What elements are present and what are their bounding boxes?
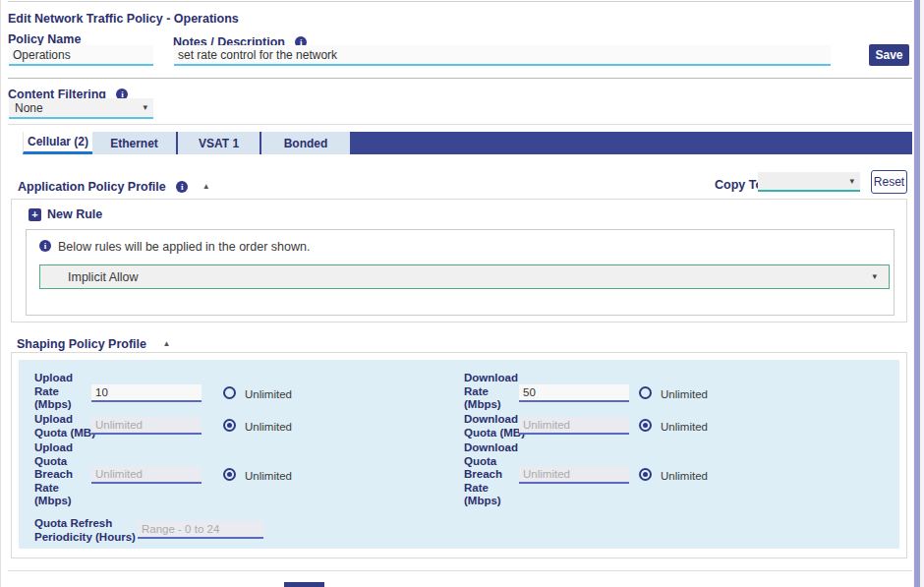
application-policy-collapse-icon[interactable]: ▲ [202,182,210,191]
tab-vsat1[interactable]: VSAT 1 [176,132,260,154]
download-rate-unlimited-label: Unlimited [661,388,708,400]
application-policy-info-icon[interactable]: i [176,181,188,193]
tab-bonded-label: Bonded [284,137,328,150]
download-quota-input[interactable] [519,417,629,435]
upload-breach-unlimited-label: Unlimited [245,470,292,482]
tab-cellular-label: Cellular (2) [28,135,88,148]
download-rate-unlimited-radio[interactable] [639,386,652,399]
content-filtering-value: None [15,101,43,115]
implicit-allow-value: Implicit Allow [68,270,139,284]
copy-to-select[interactable]: ▾ [758,172,860,192]
policy-name-label: Policy Name [8,32,81,46]
tab-cellular[interactable]: Cellular (2) [23,132,92,154]
upload-breach-input[interactable] [91,466,202,484]
download-breach-label: Download Quota Breach Rate (Mbps) [464,441,527,508]
rules-box: i Below rules will be applied in the ord… [26,229,895,316]
shaping-policy-title: Shaping Policy Profile [17,337,146,351]
download-quota-unlimited-label: Unlimited [661,421,708,433]
new-rule-label: New Rule [47,207,102,221]
application-policy-panel: + New Rule i Below rules will be applied… [11,199,907,323]
download-quota-label: Download Quota (MB) [464,413,527,440]
policy-name-input[interactable] [9,45,153,66]
chevron-down-icon: ▾ [143,103,147,112]
upload-quota-label: Upload Quota (MB) [34,413,97,440]
chevron-down-icon: ▾ [872,272,877,281]
scrollbar-thumb[interactable] [914,0,920,587]
notes-input[interactable] [174,45,831,66]
upload-breach-unlimited-radio[interactable] [223,468,236,481]
new-rule-button[interactable]: + New Rule [29,207,102,221]
rules-info-icon: i [39,240,51,252]
quota-refresh-input[interactable] [138,521,263,539]
save-button-bottom-partial[interactable] [284,582,324,587]
plus-icon: + [29,208,41,221]
edit-network-traffic-policy-page: Edit Network Traffic Policy - Operations… [0,0,924,587]
upload-rate-input[interactable] [91,384,202,402]
page-top-border [8,1,912,2]
divider-under-filter [8,124,912,125]
tab-bar-filler [350,132,912,154]
download-breach-input[interactable] [519,466,629,484]
application-policy-header: Application Policy Profile i ▲ [18,177,210,195]
download-quota-unlimited-radio[interactable] [639,419,652,432]
tab-ethernet[interactable]: Ethernet [92,132,176,154]
download-rate-input[interactable] [519,384,629,402]
divider-top [8,78,912,79]
upload-quota-unlimited-label: Unlimited [245,421,292,433]
upload-quota-input[interactable] [91,417,202,435]
chevron-down-icon: ▾ [849,177,854,186]
save-button[interactable]: Save [869,44,909,66]
upload-rate-unlimited-radio[interactable] [223,386,236,399]
upload-rate-label: Upload Rate (Mbps) [34,372,97,412]
upload-rate-unlimited-label: Unlimited [245,388,292,400]
shaping-policy-header: Shaping Policy Profile ▲ [17,334,170,352]
reset-button[interactable]: Reset [871,170,907,194]
scrollbar-track[interactable] [913,0,924,587]
page-title: Edit Network Traffic Policy - Operations [8,12,239,26]
rules-info-message: Below rules will be applied in the order… [58,240,310,254]
tab-ethernet-label: Ethernet [110,137,158,150]
application-policy-title: Application Policy Profile [18,180,166,194]
implicit-allow-select[interactable]: Implicit Allow ▾ [39,264,890,289]
upload-quota-unlimited-radio[interactable] [223,419,236,432]
quota-refresh-label: Quota Refresh Periodicity (Hours) [34,517,143,544]
shaping-policy-collapse-icon[interactable]: ▲ [162,339,170,348]
download-rate-label: Download Rate (Mbps) [464,372,527,412]
content-filtering-select[interactable]: None ▾ [9,98,153,119]
tab-bonded[interactable]: Bonded [260,132,350,154]
divider-bottom [8,570,912,571]
tab-vsat1-label: VSAT 1 [199,137,239,150]
download-breach-unlimited-label: Unlimited [661,470,708,482]
upload-breach-label: Upload Quota Breach Rate (Mbps) [34,441,97,508]
page-left-border [0,0,1,587]
download-breach-unlimited-radio[interactable] [639,468,652,481]
